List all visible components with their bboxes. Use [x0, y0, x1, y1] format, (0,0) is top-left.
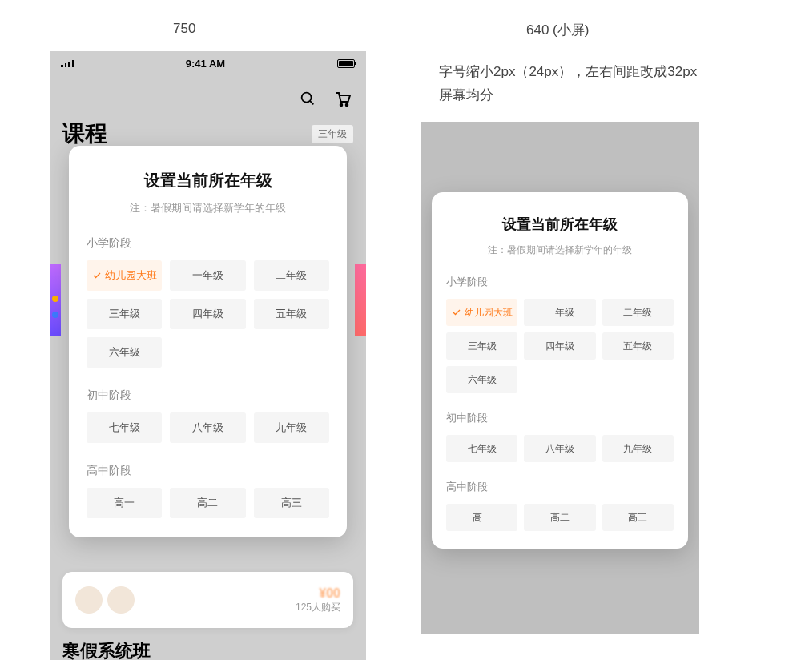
- cart-icon[interactable]: [332, 88, 353, 109]
- grade-chip[interactable]: 七年级: [87, 412, 162, 443]
- grade-chip[interactable]: 五年级: [254, 299, 329, 329]
- grade-chip-label: 幼儿园大班: [105, 268, 157, 283]
- grade-chip-label: 九年级: [276, 421, 307, 435]
- page-title-row: 课程 三年级: [50, 115, 366, 149]
- stage-label: 高中阶段: [87, 464, 329, 478]
- grade-chip[interactable]: 高三: [602, 504, 674, 531]
- grade-chip[interactable]: 九年级: [254, 412, 329, 443]
- grade-chip-label: 七年级: [109, 421, 140, 435]
- grade-chip[interactable]: 一年级: [170, 260, 245, 291]
- grade-chip[interactable]: 八年级: [170, 412, 245, 443]
- grade-chip-label: 五年级: [276, 307, 307, 321]
- grade-chip-grid: 七年级八年级九年级: [87, 412, 329, 443]
- phone-frame-750: 9:41 AM 课程 三年级 ¥: [50, 51, 366, 660]
- search-icon[interactable]: [297, 88, 318, 109]
- grade-chip[interactable]: 一年级: [524, 299, 595, 326]
- annotation-text: 字号缩小2px（24px），左右间距改成32px 屏幕均分: [439, 61, 697, 107]
- banner-peek-right: [355, 264, 366, 336]
- modal-title: 设置当前所在年级: [87, 170, 329, 191]
- annotation-line-2: 屏幕均分: [439, 84, 697, 107]
- grade-chip[interactable]: 六年级: [87, 337, 162, 368]
- grade-chip[interactable]: 幼儿园大班: [446, 299, 517, 326]
- grade-chip-label: 一年级: [192, 268, 223, 283]
- annotation-line-1: 字号缩小2px（24px），左右间距改成32px: [439, 61, 697, 84]
- grade-chip[interactable]: 三年级: [446, 332, 517, 360]
- grade-chip[interactable]: 四年级: [170, 299, 245, 329]
- modal-stages-container: 小学阶段幼儿园大班一年级二年级三年级四年级五年级六年级初中阶段七年级八年级九年级…: [446, 275, 674, 531]
- grade-chip-label: 三年级: [468, 340, 497, 353]
- grade-chip-grid: 幼儿园大班一年级二年级三年级四年级五年级六年级: [446, 299, 674, 393]
- grade-chip-label: 六年级: [468, 373, 497, 387]
- phone-frame-640: 设置当前所在年级 注：暑假期间请选择新学年的年级 小学阶段幼儿园大班一年级二年级…: [421, 122, 699, 634]
- grade-chip-label: 高三: [281, 496, 302, 510]
- grade-chip[interactable]: 三年级: [87, 299, 162, 329]
- page-title: 课程: [62, 119, 107, 149]
- grade-chip-label: 三年级: [109, 307, 140, 321]
- stage-label: 初中阶段: [446, 411, 674, 425]
- grade-chip[interactable]: 九年级: [602, 435, 674, 462]
- grade-chip-label: 二年级: [623, 306, 652, 320]
- grade-chip-label: 九年级: [623, 442, 652, 456]
- column-label-left: 750: [173, 21, 195, 37]
- course-card[interactable]: ¥00 125人购买: [62, 572, 353, 628]
- grade-chip[interactable]: 二年级: [254, 260, 329, 291]
- stage-label: 小学阶段: [446, 275, 674, 289]
- check-icon: [452, 308, 461, 317]
- grade-chip[interactable]: 高二: [170, 488, 245, 518]
- grade-chip-grid: 七年级八年级九年级: [446, 435, 674, 462]
- modal-title: 设置当前所在年级: [446, 215, 674, 234]
- svg-point-0: [302, 93, 312, 103]
- grade-chip[interactable]: 六年级: [446, 366, 517, 393]
- modal-subtitle: 注：暑假期间请选择新学年的年级: [87, 201, 329, 215]
- grade-chip-label: 一年级: [545, 306, 574, 320]
- check-icon: [92, 271, 102, 280]
- course-price: ¥00: [296, 586, 340, 601]
- grade-chip[interactable]: 高三: [254, 488, 329, 518]
- avatar: [107, 586, 135, 614]
- grade-chip-grid: 高一高二高三: [446, 504, 674, 531]
- grade-chip[interactable]: 二年级: [602, 299, 674, 326]
- status-time: 9:41 AM: [186, 58, 225, 70]
- grade-chip[interactable]: 高一: [446, 504, 517, 531]
- status-bar: 9:41 AM: [50, 51, 366, 75]
- svg-line-1: [310, 101, 313, 104]
- grade-chip[interactable]: 四年级: [524, 332, 595, 360]
- grade-chip-label: 八年级: [545, 442, 574, 456]
- modal-subtitle: 注：暑假期间请选择新学年的年级: [446, 243, 674, 257]
- grade-chip-grid: 幼儿园大班一年级二年级三年级四年级五年级六年级: [87, 260, 329, 368]
- grade-chip-label: 高二: [197, 496, 218, 510]
- svg-point-2: [340, 104, 343, 107]
- grade-chip[interactable]: 高二: [524, 504, 595, 531]
- grade-selector-modal: 设置当前所在年级 注：暑假期间请选择新学年的年级 小学阶段幼儿园大班一年级二年级…: [69, 146, 347, 537]
- grade-chip-grid: 高一高二高三: [87, 488, 329, 518]
- app-header: [50, 75, 366, 115]
- grade-chip-label: 高一: [114, 496, 135, 510]
- grade-chip-label: 六年级: [109, 345, 140, 360]
- grade-chip[interactable]: 幼儿园大班: [87, 260, 162, 291]
- svg-point-3: [346, 104, 348, 107]
- grade-chip-label: 七年级: [468, 442, 497, 456]
- grade-chip-label: 二年级: [276, 268, 307, 283]
- grade-chip-label: 四年级: [545, 340, 574, 353]
- stage-label: 小学阶段: [87, 236, 329, 251]
- grade-chip-label: 五年级: [623, 340, 652, 353]
- grade-chip-label: 幼儿园大班: [465, 306, 513, 320]
- grade-chip-label: 高一: [473, 511, 492, 525]
- grade-chip-label: 高二: [550, 511, 570, 525]
- grade-chip-label: 高三: [628, 511, 647, 525]
- grade-chip[interactable]: 高一: [87, 488, 162, 518]
- stage-label: 初中阶段: [87, 388, 329, 403]
- grade-badge[interactable]: 三年级: [312, 125, 353, 143]
- section-heading: 寒假系统班: [62, 639, 151, 660]
- modal-stages-container: 小学阶段幼儿园大班一年级二年级三年级四年级五年级六年级初中阶段七年级八年级九年级…: [87, 236, 329, 518]
- grade-chip-label: 八年级: [192, 421, 223, 435]
- avatar: [75, 586, 103, 614]
- column-label-right: 640 (小屏): [526, 21, 589, 39]
- battery-icon: [337, 59, 355, 68]
- signal-icon: [61, 59, 74, 67]
- grade-chip[interactable]: 八年级: [524, 435, 595, 462]
- banner-peek-left: [50, 264, 61, 336]
- grade-chip-label: 四年级: [192, 307, 223, 321]
- grade-chip[interactable]: 七年级: [446, 435, 517, 462]
- grade-chip[interactable]: 五年级: [602, 332, 674, 360]
